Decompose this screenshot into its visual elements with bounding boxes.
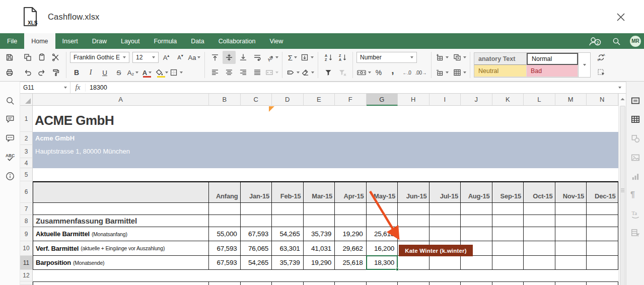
align-top-button[interactable] bbox=[208, 51, 222, 64]
cell[interactable] bbox=[461, 282, 492, 285]
column-header-N[interactable]: N bbox=[587, 94, 618, 106]
cell[interactable] bbox=[524, 203, 555, 215]
row-header-12[interactable]: 12 bbox=[20, 270, 33, 281]
row-header-2[interactable]: 2 bbox=[20, 132, 33, 145]
cell[interactable] bbox=[33, 203, 209, 215]
paragraph-settings-icon[interactable]: ¶ bbox=[630, 190, 640, 200]
cell[interactable] bbox=[587, 241, 618, 255]
redo-button[interactable] bbox=[35, 66, 48, 79]
value-cell[interactable]: 55,000 bbox=[209, 227, 241, 241]
company-address-cell[interactable]: Hauptstrasse 1, 80000 München bbox=[35, 148, 130, 155]
decrease-font-button[interactable]: A▾ bbox=[174, 51, 187, 64]
merge-cells-button[interactable] bbox=[265, 66, 278, 79]
section-heading-cell[interactable]: Zusammenfassung Barmittel bbox=[33, 215, 209, 227]
month-header-Mar-15[interactable]: Mar-15 bbox=[304, 182, 335, 202]
format-as-table-button[interactable] bbox=[453, 66, 466, 79]
cell[interactable] bbox=[209, 282, 241, 285]
row-header-6[interactable]: 6 bbox=[20, 181, 33, 203]
select-all-button[interactable] bbox=[595, 66, 608, 79]
align-middle-button[interactable] bbox=[223, 51, 236, 64]
cell[interactable] bbox=[555, 227, 587, 241]
column-header-M[interactable]: M bbox=[555, 94, 587, 106]
cell[interactable] bbox=[430, 282, 461, 285]
scrollbar-thumb[interactable] bbox=[620, 106, 625, 285]
value-cell[interactable]: 54,265 bbox=[241, 256, 272, 269]
menu-tab-home[interactable]: Home bbox=[24, 33, 55, 49]
info-icon[interactable] bbox=[5, 171, 15, 181]
cell[interactable] bbox=[367, 215, 398, 227]
style-bad[interactable]: Bad bbox=[527, 65, 578, 77]
month-header-Feb-15[interactable]: Feb-15 bbox=[272, 182, 304, 202]
cell[interactable] bbox=[587, 256, 618, 269]
cell-settings-icon[interactable] bbox=[630, 96, 640, 106]
row-label-cell[interactable]: Verf. Barmittel(aktuelle + Eingänge vor … bbox=[33, 241, 209, 255]
cell[interactable] bbox=[555, 215, 587, 227]
align-bottom-button[interactable] bbox=[237, 51, 250, 64]
cell[interactable] bbox=[33, 282, 209, 285]
value-cell[interactable]: 29,662 bbox=[335, 241, 367, 255]
underline-button[interactable]: U bbox=[98, 66, 111, 79]
increase-font-button[interactable]: A▴ bbox=[160, 51, 173, 64]
insert-function-button[interactable]: fx bbox=[70, 84, 86, 92]
table-settings-icon[interactable] bbox=[630, 114, 640, 124]
month-header-Dec-15[interactable]: Dec-15 bbox=[587, 182, 618, 202]
gallery-expand-button[interactable] bbox=[578, 53, 590, 77]
comments-icon[interactable] bbox=[5, 114, 15, 124]
column-header-C[interactable]: C bbox=[241, 94, 272, 106]
cell[interactable] bbox=[492, 282, 524, 285]
cell[interactable] bbox=[398, 215, 430, 227]
avatar[interactable]: MR bbox=[630, 36, 641, 47]
menu-tab-collaboration[interactable]: Collaboration bbox=[211, 33, 263, 49]
month-header-Sep-15[interactable]: Sep-15 bbox=[492, 182, 524, 202]
value-cell[interactable]: 63,301 bbox=[272, 241, 304, 255]
row-header-3[interactable]: 3 bbox=[20, 145, 33, 158]
align-right-button[interactable] bbox=[237, 66, 250, 79]
named-ranges-button[interactable] bbox=[286, 66, 300, 79]
month-header-Jan-15[interactable]: Jan-15 bbox=[241, 182, 272, 202]
cell[interactable] bbox=[335, 215, 367, 227]
value-cell[interactable]: 25,618 bbox=[335, 256, 367, 269]
row-header-11[interactable]: 11 bbox=[20, 256, 33, 270]
month-header-May-15[interactable]: May-15 bbox=[367, 182, 398, 202]
justify-button[interactable] bbox=[251, 66, 264, 79]
font-color-button[interactable]: A bbox=[140, 66, 154, 79]
menu-tab-view[interactable]: View bbox=[262, 33, 290, 49]
menu-tab-layout[interactable]: Layout bbox=[114, 33, 147, 49]
cell[interactable] bbox=[555, 241, 587, 255]
increase-decimal-button[interactable]: .00→ bbox=[414, 66, 427, 79]
value-cell[interactable]: 54,265 bbox=[272, 227, 304, 241]
column-header-G[interactable]: G bbox=[367, 94, 398, 106]
cell[interactable] bbox=[524, 215, 555, 227]
column-header-K[interactable]: K bbox=[492, 94, 524, 106]
value-cell[interactable]: 41,031 bbox=[304, 241, 335, 255]
cell[interactable] bbox=[524, 241, 555, 255]
column-header-L[interactable]: L bbox=[524, 94, 555, 106]
cell[interactable] bbox=[461, 227, 492, 241]
cell[interactable] bbox=[304, 203, 335, 215]
cell[interactable] bbox=[241, 203, 272, 215]
column-header-B[interactable]: B bbox=[209, 94, 241, 106]
cell[interactable] bbox=[492, 203, 524, 215]
copy-button[interactable] bbox=[21, 51, 34, 64]
row-label-cell[interactable]: Aktuelle Barmittel(Monatsanfang) bbox=[33, 227, 209, 241]
column-header-J[interactable]: J bbox=[461, 94, 492, 106]
value-cell[interactable]: 67,593 bbox=[209, 256, 241, 269]
value-cell[interactable]: 35,739 bbox=[304, 227, 335, 241]
fill-color-button[interactable] bbox=[155, 66, 168, 79]
cell[interactable] bbox=[209, 203, 241, 215]
shape-settings-icon[interactable] bbox=[630, 133, 640, 144]
comma-style-button[interactable]: , bbox=[386, 66, 399, 79]
cell[interactable] bbox=[587, 282, 618, 285]
column-header-A[interactable]: A bbox=[33, 94, 209, 106]
select-all-corner[interactable] bbox=[20, 94, 33, 106]
slicer-settings-icon[interactable] bbox=[630, 228, 640, 238]
cell[interactable] bbox=[430, 203, 461, 215]
fill-handle[interactable] bbox=[396, 268, 399, 271]
formula-bar-expand-button[interactable] bbox=[614, 87, 626, 89]
worksheet-grid[interactable]: ABCDEFGHIJKLMN123456789101112ACME GmbHAc… bbox=[20, 94, 618, 285]
vertical-scrollbar[interactable] bbox=[618, 94, 626, 285]
cell[interactable] bbox=[367, 282, 398, 285]
italic-button[interactable]: I bbox=[84, 66, 97, 79]
wrap-text-button[interactable] bbox=[251, 51, 264, 64]
image-settings-icon[interactable] bbox=[630, 153, 640, 163]
